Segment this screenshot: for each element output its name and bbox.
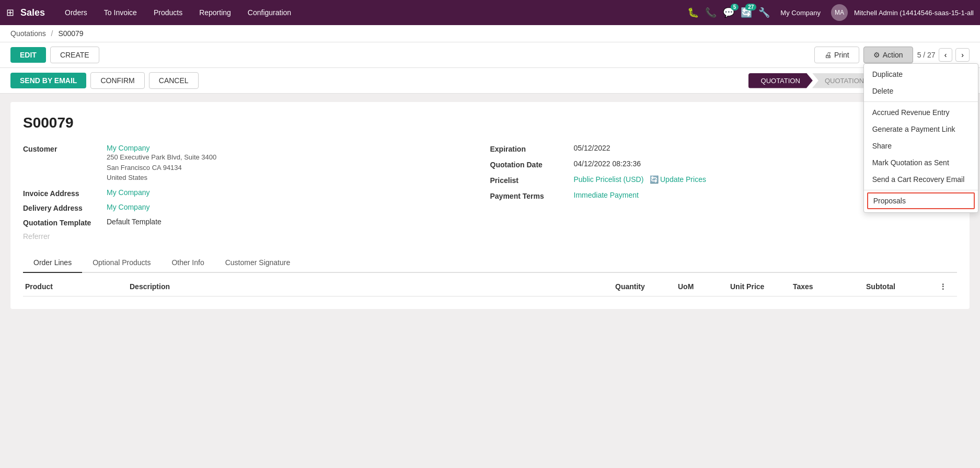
expiration-value: 05/12/2022 [574,144,610,152]
company-name: My Company [780,9,821,17]
tab-other-info[interactable]: Other Info [161,253,214,273]
dropdown-item-delete[interactable]: Delete [864,83,978,99]
quotation-template-field: Quotation Template Default Template [23,218,469,227]
chat-badge: 5 [731,4,739,10]
dropdown-item-payment-link[interactable]: Generate a Payment Link [864,121,978,138]
table-header: Product Description Quantity UoM Unit Pr… [23,277,957,296]
dropdown-item-proposals[interactable]: Proposals [867,192,975,209]
app-title: Sales [20,7,45,18]
create-button[interactable]: CREATE [50,47,99,63]
document-card: 🌐 Customer Preview S00079 Customer My Co… [10,102,970,309]
status-bar: SEND BY EMAIL CONFIRM CANCEL QUOTATION Q… [0,68,980,94]
form-left: Customer My Company 250 Executive Park B… [23,144,490,241]
printer-icon: 🖨 [824,51,832,59]
chat-icon[interactable]: 💬 5 [723,7,734,18]
quotation-date-label: Quotation Date [490,159,574,169]
bug-icon[interactable]: 🐛 [687,7,699,18]
breadcrumb: Quotations / S00079 [0,25,980,42]
settings-icon[interactable]: 🔧 [758,7,770,18]
col-unit-price: Unit Price [730,282,793,291]
nav-to-invoice[interactable]: To Invoice [97,5,144,20]
toolbar: EDIT CREATE 🖨 Print ⚙ Action Duplicate D… [0,42,980,68]
refresh-icon: 🔄 [650,175,659,184]
quotation-template-label: Quotation Template [23,218,107,227]
nav-configuration[interactable]: Configuration [240,5,298,20]
nav-reporting[interactable]: Reporting [192,5,238,20]
pricelist-label: Pricelist [490,175,574,185]
avatar-initials: MA [835,9,844,16]
delivery-address-value: My Company [107,203,149,211]
quotation-date-value: 04/12/2022 08:23:36 [574,159,641,168]
customer-address: 250 Executive Park Blvd, Suite 3400San F… [107,152,216,183]
dropdown-item-accrued[interactable]: Accrued Revenue Entry [864,104,978,121]
col-uom: UoM [678,282,730,291]
col-taxes: Taxes [793,282,866,291]
activity-icon[interactable]: 🔄 27 [741,7,752,18]
action-label: Action [883,51,903,59]
expiration-label: Expiration [490,144,574,153]
update-prices-button[interactable]: 🔄 Update Prices [650,175,706,184]
col-product: Product [25,282,130,291]
tab-order-lines[interactable]: Order Lines [23,253,82,273]
invoice-address-value: My Company [107,188,149,197]
payment-terms-label: Payment Terms [490,191,574,200]
payment-terms-link[interactable]: Immediate Payment [574,191,639,199]
action-button[interactable]: ⚙ Action [863,47,913,63]
dropdown-separator-1 [864,101,978,102]
quotation-template-value: Default Template [107,218,162,226]
payment-terms-value: Immediate Payment [574,191,639,199]
nav-products[interactable]: Products [146,5,190,20]
pricelist-value: Public Pricelist (USD) 🔄 Update Prices [574,175,706,184]
dropdown-item-duplicate[interactable]: Duplicate [864,66,978,83]
prev-page-button[interactable]: ‹ [939,48,953,62]
customer-field: Customer My Company 250 Executive Park B… [23,144,469,183]
gear-icon: ⚙ [873,51,880,59]
breadcrumb-parent[interactable]: Quotations [10,29,46,38]
referrer-placeholder[interactable]: Referrer [23,232,469,241]
send-email-button[interactable]: SEND BY EMAIL [10,73,86,88]
grid-icon[interactable]: ⊞ [6,7,14,18]
action-dropdown-container: ⚙ Action Duplicate Delete Accrued Revenu… [863,47,913,63]
print-label: Print [834,51,849,59]
avatar[interactable]: MA [831,4,848,21]
document-number: S00079 [23,115,957,131]
action-dropdown-menu: Duplicate Delete Accrued Revenue Entry G… [863,63,978,213]
edit-button[interactable]: EDIT [10,47,46,63]
status-step-quotation[interactable]: QUOTATION [748,73,813,88]
dropdown-separator-2 [864,190,978,190]
dropdown-item-mark-sent[interactable]: Mark Quotation as Sent [864,154,978,171]
next-page-button[interactable]: › [955,48,970,62]
tab-customer-signature[interactable]: Customer Signature [215,253,301,273]
invoice-address-link[interactable]: My Company [107,188,149,197]
dropdown-item-cart-recovery[interactable]: Send a Cart Recovery Email [864,171,978,188]
print-button[interactable]: 🖨 Print [814,47,859,63]
customer-label: Customer [23,144,107,153]
nav-orders[interactable]: Orders [57,5,95,20]
delivery-address-field: Delivery Address My Company [23,203,469,212]
confirm-button[interactable]: CONFIRM [90,72,144,89]
delivery-address-link[interactable]: My Company [107,203,149,211]
customer-name-link[interactable]: My Company [107,144,149,152]
col-actions: ⋮ [939,282,955,291]
dropdown-item-share[interactable]: Share [864,138,978,154]
user-name: Mitchell Admin (14414546-saas-15-1-all [854,9,974,17]
breadcrumb-separator: / [51,29,53,38]
nav-icons: 🐛 📞 💬 5 🔄 27 🔧 My Company MA Mitchell Ad… [687,4,974,21]
form-grid: Customer My Company 250 Executive Park B… [23,144,957,241]
phone-icon[interactable]: 📞 [705,7,717,18]
col-subtotal: Subtotal [866,282,939,291]
pagination: 5 / 27 ‹ › [917,48,970,62]
delivery-address-label: Delivery Address [23,203,107,212]
tab-optional-products[interactable]: Optional Products [82,253,161,273]
activity-badge: 27 [745,4,756,10]
pricelist-link[interactable]: Public Pricelist (USD) [574,175,644,184]
update-prices-label: Update Prices [660,175,706,184]
breadcrumb-current: S00079 [58,29,83,38]
customer-value: My Company 250 Executive Park Blvd, Suit… [107,144,216,183]
pagination-info: 5 / 27 [917,51,936,59]
col-quantity: Quantity [615,282,678,291]
col-description: Description [130,282,615,291]
tabs: Order Lines Optional Products Other Info… [23,253,957,273]
main-content: 🌐 Customer Preview S00079 Customer My Co… [0,94,980,457]
cancel-button[interactable]: CANCEL [149,72,199,89]
